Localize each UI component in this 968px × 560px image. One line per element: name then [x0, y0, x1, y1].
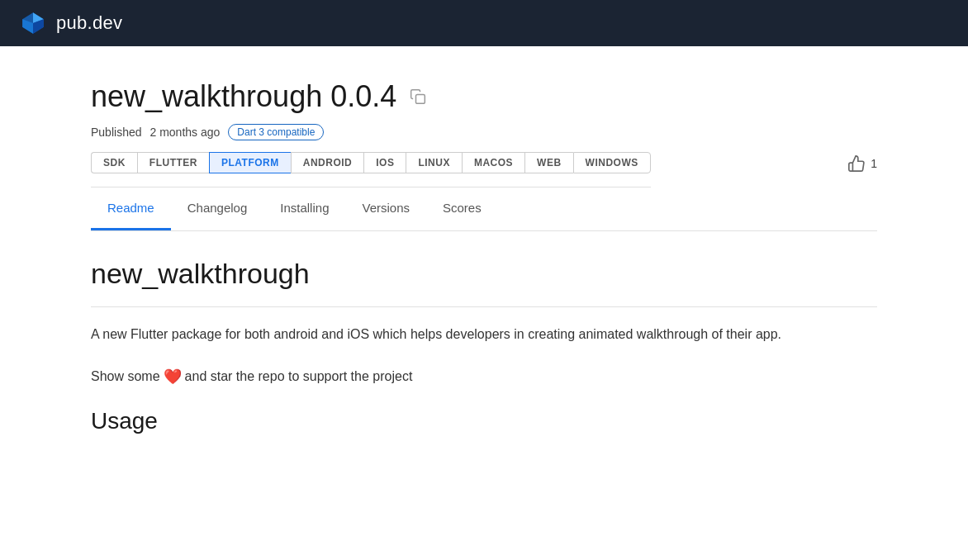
tag-ios[interactable]: IOS	[363, 152, 406, 173]
like-section: 1	[847, 154, 877, 186]
tag-android[interactable]: ANDROID	[291, 152, 364, 173]
thumbs-up-icon	[847, 154, 866, 173]
svg-rect-4	[416, 95, 425, 104]
tab-installing[interactable]: Installing	[263, 187, 345, 230]
tab-versions[interactable]: Versions	[345, 187, 426, 230]
tag-windows[interactable]: WINDOWS	[573, 152, 651, 173]
main-content: new_walkthrough 0.0.4 Published 2 months…	[71, 46, 897, 467]
tab-readme[interactable]: Readme	[91, 187, 171, 230]
readme-main-heading: new_walkthrough	[91, 258, 877, 290]
copy-package-name-button[interactable]	[406, 85, 429, 108]
pubdev-logo-icon	[20, 10, 46, 36]
readme-content: new_walkthrough A new Flutter package fo…	[91, 258, 877, 467]
readme-description: A new Flutter package for both android a…	[91, 324, 877, 345]
tag-flutter[interactable]: FLUTTER	[137, 152, 209, 173]
published-row: Published 2 months ago Dart 3 compatible	[91, 124, 877, 140]
tab-changelog[interactable]: Changelog	[171, 187, 264, 230]
tags-row: SDKFLUTTERPLATFORMANDROIDIOSLINUXMACOSWE…	[91, 152, 651, 187]
copy-icon	[410, 88, 426, 105]
package-title-row: new_walkthrough 0.0.4	[91, 79, 877, 114]
package-tabs: ReadmeChangelogInstallingVersionsScores	[91, 187, 877, 231]
package-title: new_walkthrough 0.0.4	[91, 79, 396, 114]
like-button[interactable]	[847, 154, 866, 173]
published-label: Published	[91, 126, 142, 139]
tags-like-wrapper: SDKFLUTTERPLATFORMANDROIDIOSLINUXMACOSWE…	[91, 152, 877, 187]
readme-usage-heading: Usage	[91, 408, 877, 434]
heart-emoji: ❤️	[164, 365, 182, 389]
site-header: pub.dev	[0, 0, 968, 46]
dart-compatible-badge: Dart 3 compatible	[228, 124, 324, 140]
published-time: 2 months ago	[150, 126, 221, 139]
site-title: pub.dev	[56, 12, 122, 34]
tag-macos[interactable]: MACOS	[462, 152, 524, 173]
tag-platform[interactable]: PLATFORM	[209, 152, 291, 173]
tag-web[interactable]: WEB	[524, 152, 573, 173]
tag-sdk[interactable]: SDK	[91, 152, 137, 173]
tag-linux[interactable]: LINUX	[406, 152, 462, 173]
like-count: 1	[871, 157, 877, 170]
tab-scores[interactable]: Scores	[426, 187, 498, 230]
readme-heading-divider	[91, 306, 877, 307]
readme-star-line: Show some ❤️ and star the repo to suppor…	[91, 365, 877, 389]
